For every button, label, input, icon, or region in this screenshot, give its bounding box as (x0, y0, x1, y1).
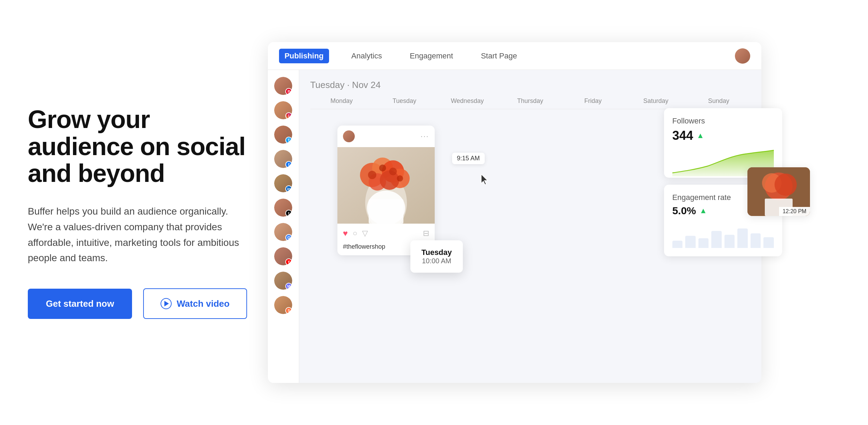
filter-icon[interactable]: ▽ (362, 229, 368, 238)
app-body: P I T f in (268, 70, 761, 383)
bookmark-icon[interactable]: ⊟ (423, 229, 429, 238)
tab-publishing[interactable]: Publishing (279, 49, 329, 63)
subtext: Buffer helps you build an audience organ… (28, 204, 243, 266)
sidebar-item-startpage[interactable]: S (274, 296, 292, 314)
mastodon-badge: M (285, 283, 292, 290)
post-time-popup: Tuesday 10:00 AM (410, 240, 463, 273)
weekday-sunday: Sunday (687, 97, 750, 109)
post-card: ··· (337, 126, 435, 255)
sidebar-item-mastodon[interactable]: M (274, 272, 292, 290)
right-section: Publishing Analytics Engagement Start Pa… (268, 21, 840, 404)
extra-time-badge: 12:20 PM (779, 207, 810, 216)
nav-avatar[interactable] (735, 48, 750, 64)
eng-bar-7 (751, 233, 761, 248)
sidebar-item-youtube[interactable]: Y (274, 247, 292, 265)
twitter-badge: T (285, 137, 292, 144)
eng-bar-1 (672, 241, 683, 248)
sidebar-item-googlebusiness[interactable]: G (274, 223, 292, 241)
engagement-number: 5.0% (672, 205, 696, 217)
cursor-icon (480, 174, 490, 184)
svg-point-11 (397, 175, 403, 182)
avatar-face (735, 48, 750, 64)
tab-engagement[interactable]: Engagement (404, 49, 459, 63)
weekday-friday: Friday (562, 97, 624, 109)
googlebusiness-badge: G (285, 234, 292, 241)
eng-bar-4 (711, 231, 722, 248)
engagement-bars (672, 224, 774, 248)
watch-video-button[interactable]: Watch video (143, 288, 247, 319)
extra-image-card: 12:20 PM (747, 167, 810, 216)
engagement-trend-icon: ▲ (699, 206, 707, 215)
eng-bar-2 (685, 236, 696, 248)
startpage-badge: S (285, 307, 292, 314)
svg-point-17 (775, 174, 797, 196)
followers-title: Followers (672, 117, 774, 126)
post-user-avatar (343, 130, 355, 142)
youtube-badge: Y (285, 258, 292, 265)
sidebar-item-twitter[interactable]: T (274, 126, 292, 144)
weekday-thursday: Thursday (499, 97, 562, 109)
weekday-monday: Monday (310, 97, 373, 109)
app-nav: Publishing Analytics Engagement Start Pa… (268, 42, 761, 70)
svg-point-7 (380, 170, 399, 190)
eng-bar-3 (698, 238, 709, 248)
sidebar-item-pinterest[interactable]: P (274, 77, 292, 95)
comment-icon[interactable]: ○ (353, 229, 357, 238)
app-window: Publishing Analytics Engagement Start Pa… (268, 42, 761, 383)
post-card-header: ··· (337, 126, 435, 147)
svg-point-9 (379, 165, 386, 171)
date-sub: · Nov 24 (347, 80, 381, 90)
tiktok-badge: t (285, 210, 292, 217)
weekday-saturday: Saturday (624, 97, 687, 109)
time-indicator: 9:15 AM (452, 153, 485, 164)
popup-day: Tuesday (421, 248, 452, 257)
eng-bar-8 (763, 237, 774, 248)
get-started-button[interactable]: Get started now (28, 289, 132, 319)
play-icon (161, 298, 172, 309)
pinterest-badge: P (285, 88, 292, 95)
svg-rect-13 (369, 199, 403, 224)
date-header: Tuesday · Nov 24 (310, 80, 750, 90)
play-triangle (164, 301, 169, 306)
cta-buttons: Get started now Watch video (28, 288, 247, 319)
heart-icon[interactable]: ♥ (343, 228, 348, 238)
followers-trend-icon: ▲ (697, 131, 704, 140)
page-wrapper: Grow your audience on social and beyond … (0, 0, 868, 425)
post-image (337, 147, 435, 224)
svg-point-8 (368, 171, 376, 179)
tab-startpage[interactable]: Start Page (475, 49, 523, 63)
followers-number: 344 (672, 128, 693, 143)
sidebar-item-instagram[interactable]: I (274, 101, 292, 119)
linkedin-badge: in (285, 185, 292, 192)
left-section: Grow your audience on social and beyond … (28, 106, 268, 319)
main-content: Tuesday · Nov 24 Monday Tuesday Wednesda… (299, 70, 761, 383)
tab-analytics[interactable]: Analytics (346, 49, 387, 63)
sidebar-item-linkedin[interactable]: in (274, 174, 292, 192)
svg-point-10 (389, 168, 397, 175)
week-days: Monday Tuesday Wednesday Thursday Friday… (310, 97, 750, 109)
eng-bar-5 (724, 235, 735, 248)
watch-video-label: Watch video (177, 298, 229, 309)
sidebar: P I T f in (268, 70, 299, 383)
weekday-wednesday: Wednesday (436, 97, 499, 109)
weekday-tuesday: Tuesday (373, 97, 436, 109)
sidebar-item-facebook[interactable]: f (274, 150, 292, 168)
sidebar-item-tiktok[interactable]: t (274, 199, 292, 217)
date-day: Tuesday (310, 80, 345, 90)
followers-count: 344 ▲ (672, 128, 774, 143)
facebook-badge: f (285, 161, 292, 168)
post-dots-icon[interactable]: ··· (420, 132, 429, 141)
headline: Grow your audience on social and beyond (28, 106, 247, 187)
instagram-badge: I (285, 112, 292, 119)
popup-time: 10:00 AM (421, 257, 452, 265)
eng-bar-6 (737, 228, 748, 248)
